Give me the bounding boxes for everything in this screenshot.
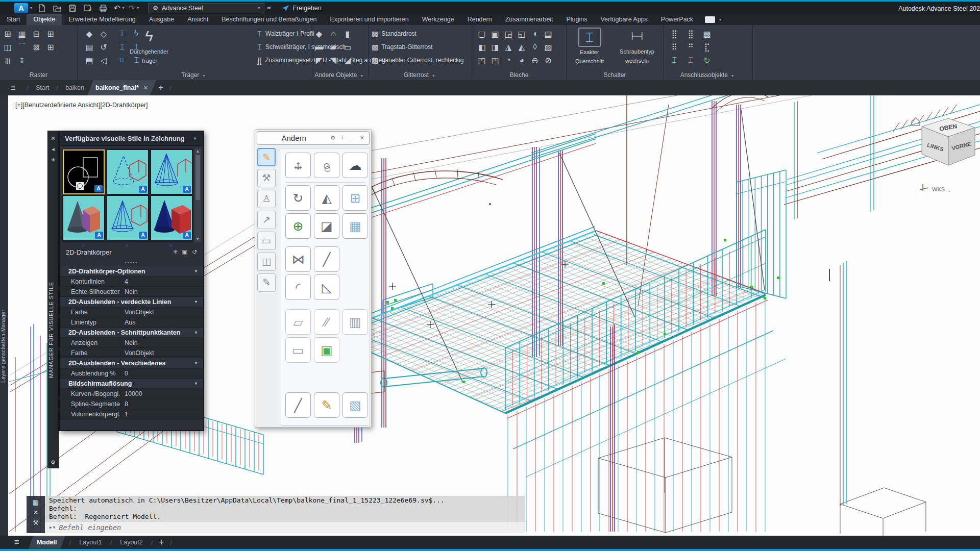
ribbon-tab-werkzeuge[interactable]: Werkzeuge (415, 14, 461, 25)
styles-palette-header[interactable]: Verfügbare visuelle Stile in Zeichnung ▾ (60, 132, 203, 146)
slice-tool-button[interactable]: ◪ (314, 213, 339, 239)
style-thumb-wireframe-2[interactable]: A (107, 195, 149, 240)
axes-category-button[interactable]: ↗ (257, 211, 276, 229)
close-palette-icon[interactable]: ✕ (48, 135, 58, 142)
raster-tool-icon[interactable]: ⌒ (17, 42, 27, 53)
move-tool-button[interactable]: ↔↕ (285, 153, 311, 178)
style-thumb-hidden[interactable]: A (151, 149, 192, 194)
panel-label-schalter[interactable]: Schalter (567, 71, 663, 79)
property-row[interactable]: LinientypAus (60, 317, 203, 328)
file-tab-balkone-final[interactable]: balkone_final* ✕ (87, 80, 156, 95)
ribbon-tab-objekte[interactable]: Objekte (27, 14, 62, 25)
raster-tool-icon[interactable]: ⊠ (32, 42, 41, 52)
plate-tool-icon[interactable]: ◧ (477, 42, 486, 52)
stretch-tool-button[interactable]: ⋈ (285, 246, 311, 272)
apply-style-icon[interactable]: ✳ (173, 248, 178, 256)
share-button[interactable]: Freigeben (281, 5, 321, 12)
panel-label-bleche[interactable]: Bleche (472, 71, 566, 79)
panel-label-traeger[interactable]: Träger ▾ (78, 71, 311, 79)
3d-box-tool-button[interactable]: ▧ (342, 392, 368, 418)
connection-tool-icon[interactable]: ⠿ (670, 42, 679, 52)
traeger-tool-icon[interactable]: ↺ (99, 42, 108, 52)
break-line-tool-button[interactable]: ╱ (314, 246, 339, 272)
fillet-tool-button[interactable]: ◜ (285, 274, 311, 300)
property-row[interactable]: Kurven-/Bogengl...10000 (60, 389, 203, 399)
object-tool-icon[interactable]: ▭ (343, 42, 352, 52)
section-verdeckte-linien[interactable]: 2D-Ausblenden - verdeckte Linien▾ (60, 297, 203, 307)
qat-overflow-icon[interactable]: ≂ (266, 5, 271, 11)
object-tool-icon[interactable]: ◤ (314, 56, 324, 65)
selection-category-button[interactable]: ▭ (257, 232, 276, 250)
palette-gear-icon[interactable]: ⚙ (330, 135, 335, 141)
ribbon-tab-plugins[interactable]: Plugins (559, 14, 594, 25)
layer-manager-strip[interactable]: Layereigenschaften-Manager (0, 95, 8, 536)
plate-tool-icon[interactable]: ▨ (544, 42, 553, 52)
3d-array-tool-button[interactable]: ▦ (342, 213, 368, 239)
connection-tool-icon[interactable]: ▩ (702, 29, 712, 39)
plate-tool-icon[interactable]: ◊ (530, 42, 540, 52)
connection-tool-icon[interactable]: ⣿ (670, 29, 679, 39)
property-row[interactable]: Konturlinien4 (60, 277, 203, 287)
raster-tool-icon[interactable]: ⊞ (3, 29, 12, 39)
new-drawing-tab-button[interactable]: + (158, 83, 163, 93)
traeger-tool-icon[interactable]: ◆ (85, 29, 94, 39)
plate-tool-icon[interactable]: ▣ (491, 29, 500, 39)
palette-pin-icon[interactable]: ⊤ (340, 135, 345, 141)
plate-tool-icon[interactable]: ◔ (504, 56, 513, 65)
scrollbar-thumb[interactable] (195, 155, 200, 200)
plate-tool-icon[interactable]: ◱ (517, 29, 526, 39)
3d-orbit-tool-button[interactable]: ⊕ (285, 213, 311, 239)
panel-label-raster[interactable]: Raster (0, 71, 77, 79)
clipboard-category-button[interactable]: ◫ (257, 253, 276, 271)
plate-tool-icon[interactable]: ◨ (491, 42, 500, 52)
copy-style-icon[interactable]: ▣ (182, 248, 188, 256)
style-thumb-realistic[interactable]: A (63, 195, 105, 240)
layout-menu-icon[interactable]: ≡ (14, 537, 19, 547)
styles-palette-titlebar-strip[interactable]: ✕ ◂ ✳ MANAGER FÜR VISUELLE STILE ⚙ (47, 131, 59, 468)
layout-tab-layout1[interactable]: Layout1 (75, 539, 106, 546)
app-menu-caret-icon[interactable]: ▾ (30, 6, 32, 10)
object-tool-icon[interactable]: ◆ (314, 29, 324, 39)
command-input[interactable]: ▸▾ Befehl eingeben (45, 521, 525, 533)
object-tool-icon[interactable]: ◢ (343, 56, 352, 65)
ribbon-tab-erweiterte-modellierung[interactable]: Erweiterte Modellierung (62, 14, 142, 25)
schraubentyp-wechseln-button[interactable]: ⌶ Schraubentypwechseln (611, 26, 663, 65)
command-customize-icon[interactable]: ▦ (27, 498, 45, 506)
file-tab-menu-icon[interactable]: ≡ (10, 83, 16, 93)
plate-tool-icon[interactable]: ◲ (504, 29, 513, 39)
connection-tool-icon[interactable]: ⌶ (686, 56, 695, 65)
object-tool-icon[interactable]: ⌂ (329, 29, 338, 38)
array-tool-button[interactable]: ⊞ (342, 185, 368, 211)
plate-tool-icon[interactable]: ◖ (530, 29, 540, 38)
revision-cloud-tool-button[interactable]: ☁ (342, 153, 368, 178)
connection-tool-icon[interactable]: ⣿ (686, 29, 695, 39)
ribbon-tab-verfuegbare-apps[interactable]: Verfügbare Apps (594, 14, 654, 25)
palette-properties-icon[interactable]: ✳ (48, 157, 58, 163)
raster-tool-icon[interactable]: ⊞ (46, 29, 55, 39)
thumbnail-scrollbar[interactable]: ▲ ▼ (194, 148, 201, 242)
variabler-gitterrost-button[interactable]: ▩ Variabler Gitterrost, rechteckig (372, 54, 472, 67)
ribbon-tab-zusammenarbeit[interactable]: Zusammenarbeit (499, 14, 560, 25)
wcs-label[interactable]: WKS (932, 186, 945, 192)
plate-tool-icon[interactable]: ◮ (504, 42, 513, 52)
section-2d-drahtkoerper-optionen[interactable]: 2D-Drahtkörper-Optionen▾ (60, 266, 203, 277)
raster-tool-icon[interactable]: ⊟ (32, 29, 41, 39)
reset-style-icon[interactable]: ↺ (192, 248, 197, 256)
ribbon-tab-exportieren[interactable]: Exportieren und importieren (323, 14, 415, 25)
frame-tool-button[interactable]: ▣ (314, 337, 339, 363)
style-thumb-2d-wireframe[interactable]: A (63, 149, 105, 194)
traeger-tool-icon[interactable]: ▤ (85, 42, 94, 52)
standardrost-button[interactable]: ▩ Standardrost (372, 27, 472, 40)
panel-label-gitterrost[interactable]: Gitterrost ▾ (369, 71, 472, 79)
property-row[interactable]: FarbeVonObjekt (60, 348, 203, 358)
palette-close-icon[interactable]: ✕ (360, 135, 364, 141)
mirror-tool-button[interactable]: ◭ (314, 185, 339, 211)
ribbon-tab-beschriftungen[interactable]: Beschriftungen und Bemaßungen (215, 14, 323, 25)
plate-tool-icon[interactable]: ◳ (491, 56, 500, 65)
section-bildschirmaufloesung[interactable]: Bildschirmauflösung▾ (60, 379, 203, 389)
durchgehender-traeger-button[interactable]: ϟ Durchgehender Träger (122, 26, 176, 65)
viewcube-home-icon[interactable] (912, 118, 920, 126)
layout-tab-layout2[interactable]: Layout2 (116, 539, 146, 546)
undo-icon[interactable]: ↶ (114, 4, 120, 13)
app-logo[interactable]: A (14, 3, 28, 13)
